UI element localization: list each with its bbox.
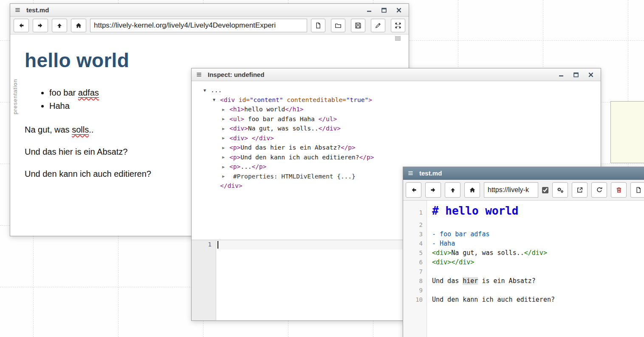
- refresh-button[interactable]: [591, 182, 607, 198]
- desktop: test.md presentation hello world foo bar…: [0, 0, 644, 337]
- home-button[interactable]: [71, 19, 86, 32]
- line-number: 1: [192, 240, 216, 320]
- collapsed-arrow-icon[interactable]: ▶: [222, 114, 229, 124]
- save-button[interactable]: [351, 19, 365, 32]
- dom-tree-node[interactable]: ▼<div id="content" contenteditable="true…: [192, 95, 601, 105]
- back-icon: [18, 22, 25, 29]
- collapsed-arrow-icon[interactable]: ▶: [222, 133, 229, 143]
- forward-icon: [37, 22, 44, 29]
- line-number: 6: [403, 258, 427, 267]
- line-number: 5: [403, 248, 427, 258]
- edit-button[interactable]: [371, 19, 385, 32]
- titlebar[interactable]: test.md: [10, 4, 409, 17]
- titlebar[interactable]: Inspect: undefined: [192, 68, 601, 81]
- expand-icon: [395, 22, 401, 29]
- line-content: - foo bar adfas: [427, 229, 489, 239]
- up-button[interactable]: [52, 19, 67, 32]
- close-button[interactable]: [585, 70, 596, 79]
- trash-icon: [616, 187, 622, 193]
- expand-button[interactable]: [391, 19, 405, 32]
- expanded-arrow-icon[interactable]: ▼: [213, 95, 220, 105]
- minimize-button[interactable]: [556, 70, 567, 79]
- new-file-button[interactable]: [630, 182, 644, 198]
- line-number: 9: [403, 286, 427, 295]
- home-icon: [75, 22, 82, 29]
- back-icon: [410, 187, 417, 193]
- dom-tree-node[interactable]: ▶<ul> foo bar adfas Haha </ul>: [192, 114, 601, 124]
- editor-line[interactable]: 9: [403, 286, 644, 295]
- dom-tree-node[interactable]: ▶<p>Und das hier is ein Absatz?</p>: [192, 143, 601, 153]
- new-file-button[interactable]: [311, 19, 325, 32]
- dom-tree-node[interactable]: ▶<h1>hello world</h1>: [192, 105, 601, 114]
- trash-button[interactable]: [611, 182, 627, 198]
- editor-line[interactable]: 1# hello world: [403, 203, 644, 220]
- forward-button[interactable]: [425, 182, 441, 198]
- forward-icon: [430, 187, 437, 193]
- line-content: <div></div>: [427, 258, 474, 267]
- text-cursor: [217, 241, 218, 249]
- options-checkbox[interactable]: [542, 187, 548, 193]
- close-icon: [395, 7, 402, 14]
- url-input[interactable]: [90, 19, 307, 32]
- new-file-icon: [315, 22, 322, 29]
- close-button[interactable]: [393, 6, 404, 15]
- folder-button[interactable]: [331, 19, 345, 32]
- presentation-label: presentation: [12, 79, 18, 114]
- editor-line[interactable]: 8Und das hier is ein Absatz?: [403, 276, 644, 286]
- collapsed-arrow-icon[interactable]: ▶: [222, 143, 229, 153]
- line-number: 3: [403, 229, 427, 239]
- editor-line[interactable]: 2: [403, 220, 644, 229]
- editor-line[interactable]: 10Und den kann ich auch editieren?: [403, 295, 644, 304]
- misspelled-word: adfas: [78, 88, 99, 98]
- editor-line[interactable]: 4- Haha: [403, 239, 644, 248]
- browser-toolbar: [10, 17, 409, 34]
- collapsed-arrow-icon[interactable]: ▶: [222, 124, 229, 133]
- external-button[interactable]: [572, 182, 588, 198]
- editor-line[interactable]: 6<div></div>: [403, 258, 644, 267]
- back-button[interactable]: [406, 182, 421, 198]
- dom-tree-node[interactable]: ▼...: [192, 85, 601, 95]
- dom-tree-node[interactable]: ▶<div>Na gut, was solls..</div>: [192, 124, 601, 133]
- window-markdown-editor: test.md 1# hello world23- foo bar adfas4…: [403, 167, 644, 337]
- up-button[interactable]: [445, 182, 460, 198]
- window-title: test.md: [26, 6, 49, 14]
- editor-line[interactable]: 5<div>Na gut, was solls..</div>: [403, 248, 644, 258]
- external-icon: [576, 187, 583, 193]
- url-input[interactable]: [484, 182, 538, 198]
- line-content: <div>Na gut, was solls..</div>: [427, 248, 547, 258]
- home-icon: [469, 187, 476, 193]
- window-menu-icon[interactable]: [14, 7, 21, 13]
- up-icon: [449, 187, 456, 193]
- titlebar[interactable]: test.md: [403, 167, 644, 180]
- maximize-button[interactable]: [571, 70, 582, 79]
- collapsed-arrow-icon[interactable]: ▶: [222, 153, 229, 162]
- minimize-icon: [366, 7, 373, 14]
- collapsed-arrow-icon[interactable]: ▶: [222, 105, 229, 114]
- line-number: 1: [403, 205, 427, 220]
- dom-tree-node[interactable]: ▶<div> </div>: [192, 133, 601, 143]
- refresh-icon: [596, 187, 603, 193]
- code-editor[interactable]: 1# hello world23- foo bar adfas4- Haha5<…: [403, 201, 644, 337]
- line-number: 2: [403, 220, 427, 229]
- settings-button[interactable]: [552, 182, 568, 198]
- up-icon: [56, 22, 63, 29]
- expanded-arrow-icon[interactable]: ▼: [203, 86, 211, 95]
- window-menu-icon[interactable]: [407, 170, 414, 176]
- window-menu-icon[interactable]: [196, 71, 202, 78]
- window-title: test.md: [419, 170, 442, 177]
- collapsed-arrow-icon[interactable]: ▶: [222, 172, 229, 181]
- forward-button[interactable]: [33, 19, 48, 32]
- new-file-icon: [635, 187, 642, 193]
- scrollbar-thumb[interactable]: [395, 36, 401, 41]
- minimize-button[interactable]: [364, 6, 375, 15]
- dom-tree-node[interactable]: ▶<p>Und den kann ich auch editieren?</p>: [192, 153, 601, 162]
- back-button[interactable]: [14, 19, 29, 32]
- collapsed-arrow-icon[interactable]: ▶: [222, 162, 229, 172]
- home-button[interactable]: [464, 182, 480, 198]
- settings-icon: [556, 187, 564, 193]
- editor-line[interactable]: 7: [403, 267, 644, 276]
- line-content: Und den kann ich auch editieren?: [427, 295, 555, 304]
- maximize-button[interactable]: [378, 6, 390, 15]
- editor-line[interactable]: 3- foo bar adfas: [403, 229, 644, 239]
- edit-icon: [375, 22, 381, 29]
